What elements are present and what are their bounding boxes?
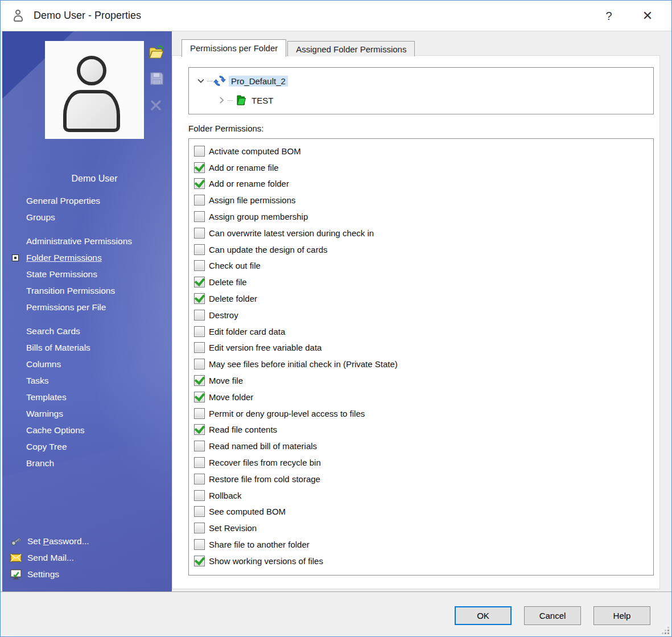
- permission-label: Recover files from recycle bin: [209, 458, 321, 467]
- permission-label: Assign group membership: [209, 212, 308, 221]
- sidebar-nav-label: Bills of Materials: [26, 343, 90, 352]
- permission-checkbox[interactable]: [194, 310, 205, 320]
- permission-label: Read named bill of materials: [209, 441, 317, 451]
- title-bar[interactable]: Demo User - Properties ? ✕: [1, 1, 671, 31]
- chevron-right-icon[interactable]: [216, 95, 226, 105]
- sidebar-nav-item[interactable]: Copy Tree: [2, 438, 172, 455]
- permission-checkbox[interactable]: [194, 277, 205, 287]
- permission-row: Destroy: [194, 307, 653, 323]
- sidebar-nav-item[interactable]: Tasks: [2, 372, 172, 389]
- sidebar-nav-item[interactable]: Transition Permissions: [2, 282, 172, 299]
- permission-checkbox[interactable]: [194, 211, 205, 222]
- permission-checkbox[interactable]: [194, 474, 205, 484]
- sidebar-nav-item[interactable]: General Properties: [2, 192, 172, 209]
- permission-row: Read file contents: [194, 422, 653, 438]
- permission-label: Edit version free variable data: [209, 343, 321, 352]
- sidebar-actions: Set Password... Send Mail...: [2, 533, 172, 582]
- open-user-icon[interactable]: [148, 44, 165, 61]
- sidebar-nav-label: Cache Options: [26, 425, 85, 435]
- dialog-footer: OK Cancel Help: [1, 591, 671, 636]
- sidebar-nav-item[interactable]: Folder Permissions: [2, 249, 172, 266]
- permission-checkbox[interactable]: [194, 424, 205, 435]
- chevron-down-icon[interactable]: [196, 76, 206, 86]
- save-user-icon: [148, 70, 165, 87]
- send-mail-link[interactable]: Send Mail...: [2, 549, 172, 566]
- permission-row: Check out file: [194, 258, 653, 274]
- tab-strip: Permissions per Folder Assigned Folder P…: [182, 39, 415, 56]
- sidebar-nav-item[interactable]: Templates: [2, 389, 172, 405]
- permission-checkbox[interactable]: [194, 392, 205, 402]
- tree-row-vault[interactable]: Pro_Default_2: [196, 73, 288, 88]
- permissions-list: Activate computed BOM Add or rename file…: [188, 138, 654, 576]
- window-resize-grip[interactable]: [667, 632, 669, 634]
- permission-checkbox[interactable]: [194, 342, 205, 353]
- permission-checkbox[interactable]: [194, 539, 205, 550]
- permission-checkbox[interactable]: [194, 260, 205, 271]
- permission-checkbox[interactable]: [194, 178, 205, 189]
- permission-checkbox[interactable]: [194, 506, 205, 517]
- mail-icon: [9, 552, 23, 564]
- permission-checkbox[interactable]: [194, 195, 205, 206]
- sidebar-nav-item[interactable]: Columns: [2, 356, 172, 372]
- permission-row: Restore file from cold storage: [194, 471, 653, 487]
- sidebar-nav-label: Warnings: [26, 409, 63, 418]
- sidebar-nav-item[interactable]: Cache Options: [2, 422, 172, 438]
- permission-row: Assign file permissions: [194, 192, 653, 208]
- sidebar-nav-item[interactable]: Bills of Materials: [2, 339, 172, 356]
- permission-row: Can overwrite latest version during chec…: [194, 225, 653, 241]
- set-password-link[interactable]: Set Password...: [2, 533, 172, 549]
- user-icon: [12, 9, 26, 23]
- cancel-button[interactable]: Cancel: [524, 606, 581, 625]
- tab[interactable]: Assigned Folder Permissions: [287, 41, 415, 56]
- sidebar-nav-item[interactable]: Search Cards: [2, 323, 172, 339]
- permission-row: Move file: [194, 372, 653, 389]
- permission-row: Add or rename file: [194, 159, 653, 176]
- permission-row: Add or rename folder: [194, 176, 653, 192]
- help-button[interactable]: Help: [593, 606, 650, 625]
- tree-node-label[interactable]: TEST: [249, 95, 275, 106]
- sidebar-nav-item[interactable]: Warnings: [2, 405, 172, 422]
- sidebar-nav-item[interactable]: Permissions per File: [2, 299, 172, 315]
- permission-label: Move file: [209, 376, 243, 385]
- sidebar-nav-label: General Properties: [26, 196, 100, 206]
- permission-checkbox[interactable]: [194, 228, 205, 239]
- permission-checkbox[interactable]: [194, 408, 205, 419]
- permission-checkbox[interactable]: [194, 326, 205, 337]
- permission-checkbox[interactable]: [194, 244, 205, 255]
- permission-row: Delete folder: [194, 290, 653, 307]
- permission-checkbox[interactable]: [194, 441, 205, 451]
- permission-label: Activate computed BOM: [209, 146, 301, 156]
- permission-checkbox[interactable]: [194, 146, 205, 157]
- permission-checkbox[interactable]: [194, 359, 205, 369]
- remove-user-icon: [148, 96, 165, 113]
- permission-checkbox[interactable]: [194, 162, 205, 173]
- tree-row-test-folder[interactable]: TEST: [216, 93, 275, 108]
- sidebar-nav-item[interactable]: Branch: [2, 455, 172, 471]
- set-password-label: Set Password...: [27, 536, 89, 546]
- help-icon[interactable]: ?: [597, 7, 620, 24]
- window-title: Demo User - Properties: [34, 10, 141, 22]
- sidebar-nav-item[interactable]: Administrative Permissions: [2, 233, 172, 249]
- permission-checkbox[interactable]: [194, 457, 205, 468]
- permission-checkbox[interactable]: [194, 523, 205, 533]
- permission-label: May see files before initial check in (P…: [209, 359, 398, 369]
- tab[interactable]: Permissions per Folder: [182, 39, 286, 57]
- main-panel: Permissions per Folder Assigned Folder P…: [172, 31, 670, 592]
- permission-row: Move folder: [194, 389, 653, 405]
- tab-label: Permissions per Folder: [190, 43, 278, 53]
- tab-label: Assigned Folder Permissions: [296, 44, 406, 54]
- tree-connector: [207, 81, 212, 81]
- permission-row: Edit folder card data: [194, 323, 653, 340]
- permission-checkbox[interactable]: [194, 490, 205, 501]
- close-icon[interactable]: ✕: [636, 7, 659, 24]
- settings-link[interactable]: Settings: [2, 566, 172, 582]
- sidebar-nav-item[interactable]: Groups: [2, 209, 172, 225]
- sidebar-nav-item[interactable]: State Permissions: [2, 266, 172, 282]
- tree-connector: [228, 100, 233, 101]
- ok-button[interactable]: OK: [455, 606, 512, 625]
- tree-node-label[interactable]: Pro_Default_2: [229, 76, 288, 87]
- permission-checkbox[interactable]: [194, 293, 205, 304]
- sidebar-nav-label: Search Cards: [26, 326, 80, 336]
- permission-checkbox[interactable]: [194, 556, 205, 566]
- permission-checkbox[interactable]: [194, 375, 205, 386]
